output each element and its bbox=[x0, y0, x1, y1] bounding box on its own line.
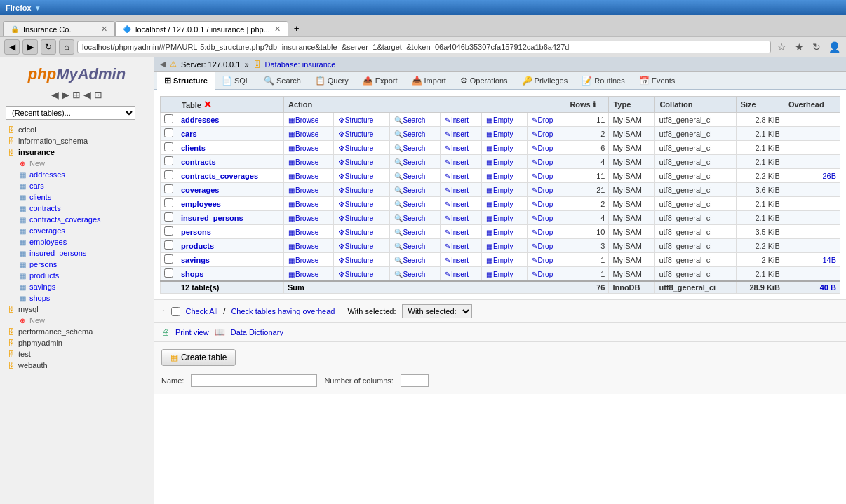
drop-link-shops[interactable]: ✎ Drop bbox=[532, 271, 553, 278]
browse-link-persons[interactable]: ▦ Browse bbox=[288, 229, 318, 236]
search-link-contracts[interactable]: 🔍 Search bbox=[394, 158, 426, 166]
nav-icon-forward[interactable]: ▶ bbox=[62, 89, 69, 100]
checkbox-coverages[interactable] bbox=[164, 184, 173, 193]
sidebar-item-mysql[interactable]: 🗄 mysql bbox=[0, 304, 154, 315]
nav-icon-back2[interactable]: ◀ bbox=[83, 89, 91, 100]
browse-link-clients[interactable]: ▦ Browse bbox=[288, 144, 318, 152]
url-bar[interactable] bbox=[77, 41, 771, 53]
home-button[interactable]: ⌂ bbox=[59, 39, 74, 55]
checkbox-contracts[interactable] bbox=[164, 156, 173, 165]
nav-icon-box[interactable]: ⊡ bbox=[94, 89, 102, 100]
search-link-addresses[interactable]: 🔍 Search bbox=[394, 116, 426, 124]
checkbox-savings[interactable] bbox=[164, 254, 173, 264]
insert-link-savings[interactable]: ✎ Insert bbox=[445, 257, 469, 264]
tab-search[interactable]: 🔍 Search bbox=[257, 72, 308, 90]
database-breadcrumb[interactable]: Database: insurance bbox=[265, 60, 336, 69]
search-link-insured_persons[interactable]: 🔍 Search bbox=[394, 214, 426, 222]
sidebar-item-contracts[interactable]: ▦ contracts bbox=[11, 203, 154, 214]
table-link-products[interactable]: products bbox=[181, 242, 214, 250]
structure-link-shops[interactable]: ⚙ Structure bbox=[338, 271, 374, 278]
drop-link-coverages[interactable]: ✎ Drop bbox=[532, 186, 553, 194]
insert-link-products[interactable]: ✎ Insert bbox=[445, 243, 469, 250]
insert-link-contracts_coverages[interactable]: ✎ Insert bbox=[445, 172, 469, 180]
sidebar-item-insurance-new[interactable]: ⊕ New bbox=[11, 158, 154, 169]
sidebar-item-shops[interactable]: ▦ shops bbox=[11, 292, 154, 304]
drop-link-persons[interactable]: ✎ Drop bbox=[532, 229, 553, 236]
checkbox-cars[interactable] bbox=[164, 128, 173, 137]
insert-link-contracts[interactable]: ✎ Insert bbox=[445, 158, 469, 166]
checkbox-addresses[interactable] bbox=[164, 114, 173, 123]
table-link-contracts_coverages[interactable]: contracts_coverages bbox=[181, 172, 258, 180]
search-link-savings[interactable]: 🔍 Search bbox=[394, 257, 426, 264]
browse-link-products[interactable]: ▦ Browse bbox=[288, 243, 318, 250]
sidebar-item-persons[interactable]: ▦ persons bbox=[11, 259, 154, 270]
structure-link-clients[interactable]: ⚙ Structure bbox=[338, 144, 374, 152]
structure-link-coverages[interactable]: ⚙ Structure bbox=[338, 186, 374, 194]
empty-link-contracts[interactable]: ▦ Empty bbox=[486, 158, 513, 166]
nav-icon-grid[interactable]: ⊞ bbox=[72, 89, 81, 100]
empty-link-savings[interactable]: ▦ Empty bbox=[486, 257, 513, 264]
table-link-addresses[interactable]: addresses bbox=[181, 116, 219, 124]
structure-link-contracts_coverages[interactable]: ⚙ Structure bbox=[338, 172, 374, 180]
rows-info-icon[interactable]: ℹ bbox=[593, 100, 596, 109]
insert-link-employees[interactable]: ✎ Insert bbox=[445, 200, 469, 208]
empty-link-insured_persons[interactable]: ▦ Empty bbox=[486, 214, 513, 222]
sidebar-item-phpmyadmin[interactable]: 🗄 phpmyadmin bbox=[0, 337, 154, 348]
search-link-products[interactable]: 🔍 Search bbox=[394, 243, 426, 250]
table-link-contracts[interactable]: contracts bbox=[181, 158, 216, 166]
drop-link-employees[interactable]: ✎ Drop bbox=[532, 200, 553, 208]
row-checkbox-contracts_coverages[interactable] bbox=[161, 169, 177, 183]
print-view-link[interactable]: Print view bbox=[175, 328, 209, 336]
user-button[interactable]: 👤 bbox=[826, 39, 842, 55]
tab-import[interactable]: 📥 Import bbox=[405, 72, 453, 90]
row-checkbox-shops[interactable] bbox=[161, 267, 177, 282]
table-link-savings[interactable]: savings bbox=[181, 256, 210, 264]
structure-link-savings[interactable]: ⚙ Structure bbox=[338, 257, 374, 264]
search-link-coverages[interactable]: 🔍 Search bbox=[394, 186, 426, 194]
browse-link-insured_persons[interactable]: ▦ Browse bbox=[288, 214, 318, 222]
refresh2-button[interactable]: ↻ bbox=[809, 39, 824, 55]
row-checkbox-savings[interactable] bbox=[161, 253, 177, 267]
sidebar-item-employees[interactable]: ▦ employees bbox=[11, 236, 154, 247]
insert-link-coverages[interactable]: ✎ Insert bbox=[445, 186, 469, 194]
tab-events[interactable]: 📅 Events bbox=[632, 72, 683, 90]
columns-input[interactable] bbox=[401, 374, 429, 387]
nav-icon-home[interactable]: ◀ bbox=[51, 89, 59, 100]
checkbox-employees[interactable] bbox=[164, 198, 173, 207]
structure-link-insured_persons[interactable]: ⚙ Structure bbox=[338, 214, 374, 222]
up-arrow[interactable]: ↑ bbox=[161, 307, 166, 315]
checkbox-insured_persons[interactable] bbox=[164, 212, 173, 222]
browse-link-addresses[interactable]: ▦ Browse bbox=[288, 116, 318, 124]
browse-link-contracts[interactable]: ▦ Browse bbox=[288, 158, 318, 166]
create-table-button[interactable]: ▦ Create table bbox=[161, 349, 236, 366]
sidebar-item-webauth[interactable]: 🗄 webauth bbox=[0, 360, 154, 371]
table-link-insured_persons[interactable]: insured_persons bbox=[181, 214, 243, 222]
sidebar-item-cars[interactable]: ▦ cars bbox=[11, 180, 154, 191]
checkbox-contracts_coverages[interactable] bbox=[164, 170, 173, 179]
forward-button[interactable]: ▶ bbox=[22, 39, 38, 55]
table-link-coverages[interactable]: coverages bbox=[181, 186, 219, 194]
tab-structure[interactable]: ⊞ Structure bbox=[157, 72, 215, 90]
back-button[interactable]: ◀ bbox=[4, 39, 20, 55]
tab2-close[interactable]: ✕ bbox=[274, 25, 281, 34]
tab-operations[interactable]: ⚙ Operations bbox=[453, 72, 515, 90]
tab-routines[interactable]: 📝 Routines bbox=[575, 72, 631, 90]
firefox-dropdown-icon[interactable]: ▼ bbox=[34, 4, 41, 12]
star2-button[interactable]: ★ bbox=[791, 39, 807, 55]
row-overhead-contracts_coverages[interactable]: 26B bbox=[784, 169, 840, 183]
insert-link-insured_persons[interactable]: ✎ Insert bbox=[445, 214, 469, 222]
empty-link-shops[interactable]: ▦ Empty bbox=[486, 271, 513, 278]
structure-link-cars[interactable]: ⚙ Structure bbox=[338, 130, 374, 138]
new-tab-button[interactable]: + bbox=[288, 20, 305, 36]
row-overhead-savings[interactable]: 14B bbox=[784, 253, 840, 267]
sidebar-item-contracts-coverages[interactable]: ▦ contracts_coverages bbox=[11, 214, 154, 225]
empty-link-clients[interactable]: ▦ Empty bbox=[486, 144, 513, 152]
empty-link-employees[interactable]: ▦ Empty bbox=[486, 200, 513, 208]
row-checkbox-cars[interactable] bbox=[161, 127, 177, 141]
table-link-cars[interactable]: cars bbox=[181, 130, 197, 138]
browse-link-coverages[interactable]: ▦ Browse bbox=[288, 186, 318, 194]
drop-link-savings[interactable]: ✎ Drop bbox=[532, 257, 553, 264]
sidebar-item-mysql-new[interactable]: ⊕ New bbox=[11, 315, 154, 326]
with-selected-dropdown[interactable]: With selected: Browse Drop bbox=[402, 304, 472, 318]
check-all-link[interactable]: Check All bbox=[186, 307, 218, 315]
